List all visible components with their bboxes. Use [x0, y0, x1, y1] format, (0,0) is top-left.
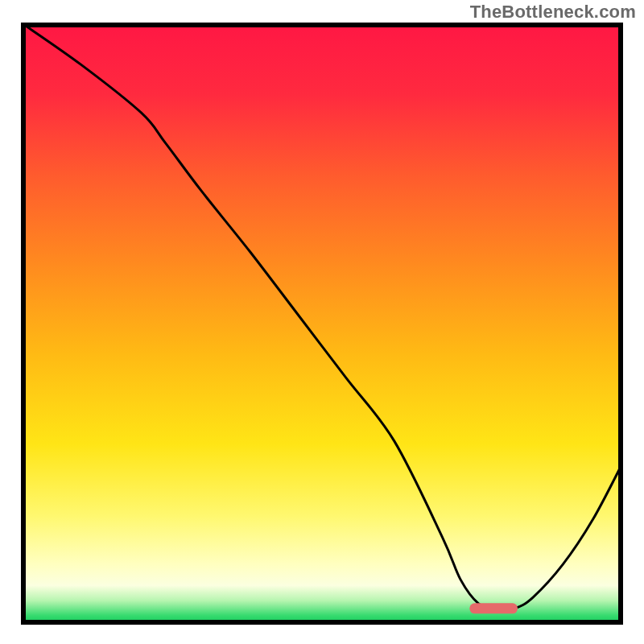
plot-background — [21, 23, 623, 625]
bottleneck-chart — [0, 0, 644, 644]
chart-container: TheBottleneck.com — [0, 0, 644, 644]
watermark-text: TheBottleneck.com — [470, 2, 636, 23]
optimal-range-marker — [469, 603, 518, 613]
